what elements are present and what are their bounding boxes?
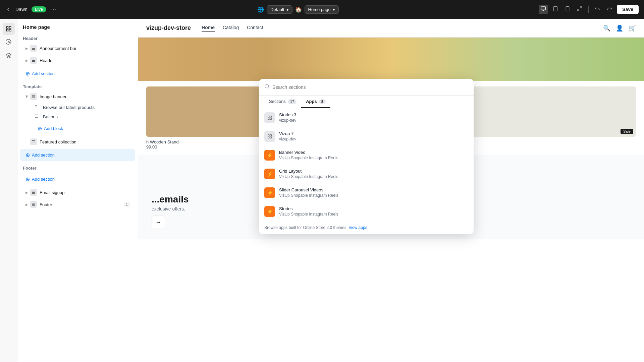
grid-layout-title: Grid Layout: [279, 169, 468, 174]
image-banner-icon: ☰: [30, 93, 37, 100]
svg-rect-8: [9, 26, 11, 28]
header-label: Header: [40, 58, 54, 63]
popup-footer: Browse apps built for Online Store 2.0 t…: [259, 221, 474, 234]
list-item[interactable]: ⚡ Grid Layout VizUp Shopable Instagram R…: [259, 165, 474, 183]
svg-rect-0: [541, 7, 546, 10]
slider-carousel-title: Slider Carousel Videos: [279, 187, 468, 192]
svg-line-5: [580, 7, 582, 8]
mobile-view-button[interactable]: [563, 5, 572, 14]
store-nav-icons: 🔍 👤 🛒: [603, 24, 636, 32]
header-icon: ☰: [30, 57, 37, 64]
banner-video-text: Banner Video VizUp Shopable Instagram Re…: [279, 150, 468, 160]
vizup7-title: Vizup 7: [279, 131, 468, 136]
more-menu-button[interactable]: ···: [50, 6, 57, 13]
save-button[interactable]: Save: [617, 5, 639, 14]
add-block-button[interactable]: ⊕ Add block: [20, 123, 68, 134]
popup-footer-text: Browse apps built for Online Store 2.0 t…: [264, 225, 347, 230]
apps-icon-button[interactable]: [3, 50, 15, 62]
announcement-bar-label: Announcement bar: [40, 46, 76, 51]
sidebar-item-header[interactable]: ▶ ☰ Header: [20, 54, 135, 66]
sidebar-item-announcement-bar[interactable]: ▶ ☰ Announcement bar: [20, 42, 135, 54]
theme-select-label: Default: [270, 7, 284, 12]
store-nav-bar: vizup-dev-store Home Catalog Contact 🔍 👤…: [138, 19, 644, 38]
featured-collection-label: Featured collection: [40, 139, 76, 144]
desktop-view-button[interactable]: [539, 5, 548, 14]
add-section-button-2[interactable]: ⊕ Add section: [20, 149, 135, 161]
store-nav-contact[interactable]: Contact: [247, 25, 263, 32]
vizup7-sub: vizup-dev: [279, 137, 468, 141]
list-item[interactable]: Stories 3 vizup-dev: [259, 108, 474, 127]
tab-sections[interactable]: Sections 17: [264, 96, 301, 108]
stories-title: Stories: [279, 206, 468, 211]
svg-rect-19: [270, 116, 271, 117]
tab-apps-count: 8: [319, 99, 326, 104]
back-button[interactable]: [5, 6, 11, 12]
stories3-text: Stories 3 vizup-dev: [279, 112, 468, 123]
plus-icon-4: ⊕: [25, 176, 30, 182]
browse-label: Browse our latest products: [43, 105, 95, 110]
store-nav-catalog[interactable]: Catalog: [223, 25, 239, 32]
canvas-area: vizup-dev-store Home Catalog Contact 🔍 👤…: [138, 19, 644, 362]
redo-button[interactable]: [605, 5, 614, 14]
tab-sections-count: 17: [288, 99, 297, 104]
add-section-popup: Sections 17 Apps 8 Stories 3 vizup-dev: [259, 79, 474, 234]
sidebar-item-featured-collection[interactable]: ▶ ☰ Featured collection: [20, 136, 135, 148]
tab-apps-label: Apps: [306, 99, 317, 104]
store-name: Dawn: [15, 7, 28, 12]
expand-button[interactable]: [575, 5, 584, 14]
tablet-view-button[interactable]: [551, 5, 560, 14]
sections-icon-button[interactable]: [3, 23, 15, 35]
slider-carousel-sub: VizUp Shopable Instagram Reels: [279, 193, 468, 198]
grid-layout-sub: VizUp Shopable Instagram Reels: [279, 174, 468, 179]
sidebar-item-footer[interactable]: ▶ ☰ Footer 1: [20, 198, 135, 210]
footer-label: Footer: [40, 202, 52, 207]
sidebar-content: Home page Header ▶ ☰ Announcement bar ▶ …: [17, 19, 138, 362]
footer-group-label: Footer: [17, 162, 138, 172]
store-navigation: Home Catalog Contact: [202, 25, 263, 32]
sale-badge: Sale: [621, 129, 633, 134]
add-section-button-1[interactable]: ⊕ Add section: [20, 68, 60, 79]
plus-icon-3: ⊕: [25, 152, 30, 158]
footer-badge: 1: [124, 202, 130, 207]
banner-video-icon: ⚡: [264, 150, 275, 161]
cart-icon: 🛒: [629, 24, 636, 32]
sidebar-item-email-signup[interactable]: ▶ ☰ Email signup: [20, 186, 135, 198]
topbar-right: Save: [539, 5, 639, 14]
svg-line-6: [578, 9, 579, 11]
theme-select-button[interactable]: Default ▾: [267, 5, 292, 14]
sub-item-buttons[interactable]: ☰ Buttons: [17, 112, 138, 121]
add-section-button-3[interactable]: ⊕ Add section: [20, 173, 60, 185]
email-signup-label: Email signup: [40, 190, 64, 195]
grid-layout-icon: ⚡: [264, 169, 275, 179]
undo-button[interactable]: [593, 5, 602, 14]
svg-point-11: [8, 42, 9, 43]
search-sections-input[interactable]: [272, 84, 468, 90]
template-group-label: Template: [17, 81, 138, 90]
page-title: Home page: [17, 19, 138, 33]
divider: [588, 6, 589, 13]
chevron-right-icon-4: ▶: [25, 191, 28, 194]
email-subscribe-button[interactable]: →: [152, 216, 165, 229]
stories3-title: Stories 3: [279, 112, 468, 117]
banner-video-sub: VizUp Shopable Instagram Reels: [279, 156, 468, 160]
chevron-down-icon-3: ▶: [25, 95, 29, 98]
tab-apps[interactable]: Apps 8: [301, 96, 330, 108]
featured-collection-icon: ☰: [30, 138, 37, 145]
svg-rect-9: [6, 29, 8, 31]
topbar-center: 🌐 Default ▾ 🏠 Home page ▾: [61, 5, 535, 14]
list-item[interactable]: ⚡ Stories VizUp Shopable Instagram Reels: [259, 202, 474, 221]
theme-settings-icon-button[interactable]: [3, 36, 15, 48]
list-item[interactable]: Vizup 7 vizup-dev: [259, 127, 474, 146]
svg-rect-22: [268, 135, 269, 136]
sidebar-item-image-banner[interactable]: ▶ ☰ Image banner: [20, 90, 135, 103]
list-item[interactable]: ⚡ Banner Video VizUp Shopable Instagram …: [259, 146, 474, 165]
svg-rect-18: [268, 116, 269, 117]
page-select-button[interactable]: Home page ▾: [305, 5, 339, 14]
list-item[interactable]: ⚡ Slider Carousel Videos VizUp Shopable …: [259, 183, 474, 202]
store-nav-home[interactable]: Home: [202, 25, 215, 32]
view-apps-link[interactable]: View apps: [348, 225, 367, 230]
svg-rect-21: [270, 118, 271, 119]
popup-tabs: Sections 17 Apps 8: [259, 96, 474, 108]
account-icon: 👤: [616, 24, 623, 32]
sub-item-browse[interactable]: T Browse our latest products: [17, 103, 138, 112]
